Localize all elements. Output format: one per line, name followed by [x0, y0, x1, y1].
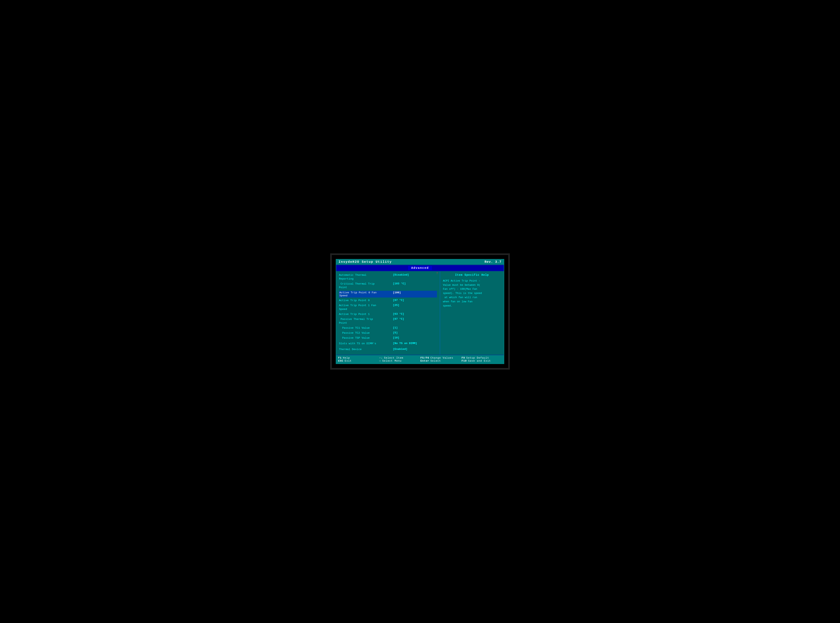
- menu-value-9: [10]: [393, 336, 437, 340]
- menu-item[interactable]: Critical Thermal TripPoint [103 °C]: [339, 282, 437, 290]
- footer-f10: F10 Save and Exit: [461, 359, 502, 362]
- menu-item[interactable]: Passive TSP Value [10]: [339, 336, 437, 340]
- footer-esc: ESC Exit: [338, 359, 379, 362]
- footer-desc-esc: Exit: [345, 359, 351, 362]
- footer-key-f5f6: F5/F6: [420, 356, 429, 359]
- help-title: Item Specific Help: [443, 273, 501, 276]
- menu-value-1: [103 °C]: [393, 282, 437, 290]
- menu-item[interactable]: Thermal Device [Enabled]: [339, 348, 437, 351]
- menu-item[interactable]: Active Trip Point 0 [87 °C]: [339, 299, 437, 302]
- menu-label-9: Passive TSP Value: [339, 336, 393, 340]
- content-area: ↑ Automatic ThermalReporting [Disabled] …: [336, 272, 504, 355]
- menu-label-4: Active Trip Point 1 FanSpeed: [339, 304, 393, 311]
- tab-advanced[interactable]: Advanced: [408, 266, 432, 270]
- footer-key-esc: ESC: [338, 359, 343, 362]
- menu-label-1: Critical Thermal TripPoint: [339, 282, 393, 290]
- menu-label-8: Passive TC2 Value: [339, 331, 393, 335]
- footer-key-f10: F10: [461, 359, 467, 362]
- left-panel: ↑ Automatic ThermalReporting [Disabled] …: [336, 272, 440, 354]
- header-bar: InsydeH2O Setup Utility Rev. 3.7: [336, 259, 504, 265]
- menu-item[interactable]: Active Trip Point 1 [63 °C]: [339, 313, 437, 316]
- menu-label-3: Active Trip Point 0: [339, 299, 393, 302]
- menu-item[interactable]: Passive Thermal TripPoint [87 °C]: [339, 318, 437, 325]
- menu-value-3: [87 °C]: [393, 299, 437, 302]
- menu-label-11: Thermal Device: [339, 348, 393, 351]
- footer-key-leftright: ↔: [379, 359, 381, 362]
- menu-value-5: [63 °C]: [393, 313, 437, 316]
- menu-value-2: [100]: [393, 291, 437, 297]
- menu-item-highlighted[interactable]: Active Trip Point 0 FanSpeed [100]: [339, 291, 437, 298]
- menu-item[interactable]: Automatic ThermalReporting [Disabled]: [339, 273, 437, 281]
- footer-col2: ↑↓ Select Item ↔ Select Menu: [379, 356, 420, 362]
- menu-label-7: Passive TC1 Value: [339, 326, 393, 330]
- menu-label-0: Automatic ThermalReporting: [339, 273, 393, 281]
- menu-value-8: [5]: [393, 331, 437, 335]
- footer-key-f1: F1: [338, 356, 342, 359]
- footer-col4: F9 Setup Default F10 Save and Exit: [461, 356, 502, 362]
- menu-label-5: Active Trip Point 1: [339, 313, 393, 316]
- menu-value-11: [Enabled]: [393, 348, 437, 351]
- scroll-indicator: ↑: [436, 272, 438, 275]
- footer-enter: Enter Select: [420, 359, 461, 362]
- footer-lr-item: ↔ Select Menu: [379, 359, 420, 362]
- footer-desc-saveexit: Save and Exit: [468, 359, 491, 362]
- footer-desc-f1: Help: [343, 356, 350, 359]
- menu-label-10: Slots with TS on DIMM's: [339, 342, 393, 346]
- menu-value-0: [Disabled]: [393, 273, 437, 281]
- footer-left-col1: F1 Help ESC Exit: [338, 356, 379, 362]
- menu-value-7: [1]: [393, 326, 437, 330]
- footer-arrows-item: ↑↓ Select Item: [379, 356, 420, 359]
- right-panel: Item Specific Help ACPI Active Trip Poin…: [440, 272, 504, 354]
- footer-desc-setupdefault: Setup Default: [466, 356, 489, 359]
- footer-desc-changevalues: Change Values: [431, 356, 453, 359]
- footer-desc-selectmenu: Select Menu: [382, 359, 402, 362]
- menu-value-10: [No TS on DIMM]: [393, 342, 437, 346]
- menu-item[interactable]: Slots with TS on DIMM's [No TS on DIMM]: [339, 342, 437, 346]
- footer: F1 Help ESC Exit ↑↓ Select Item ↔ Select…: [336, 355, 504, 364]
- footer-desc-select: Select: [431, 359, 441, 362]
- menu-label-6: Passive Thermal TripPoint: [339, 318, 393, 325]
- app-title: InsydeH2O Setup Utility: [339, 260, 392, 264]
- bios-container: InsydeH2O Setup Utility Rev. 3.7 Advance…: [336, 259, 504, 364]
- menu-item[interactable]: Active Trip Point 1 FanSpeed [25]: [339, 304, 437, 311]
- footer-f1: F1 Help: [338, 356, 379, 359]
- footer-key-enter: Enter: [420, 359, 429, 362]
- screen: InsydeH2O Setup Utility Rev. 3.7 Advance…: [330, 253, 510, 370]
- footer-key-updown: ↑↓: [379, 356, 383, 359]
- revision: Rev. 3.7: [484, 260, 501, 264]
- tab-bar: Advanced: [336, 265, 504, 272]
- menu-item[interactable]: Passive TC2 Value [5]: [339, 331, 437, 335]
- menu-value-6: [87 °C]: [393, 318, 437, 325]
- footer-f9: F9 Setup Default: [461, 356, 502, 359]
- menu-item[interactable]: Passive TC1 Value [1]: [339, 326, 437, 330]
- menu-label-2: Active Trip Point 0 FanSpeed: [339, 291, 393, 297]
- footer-f5f6: F5/F6 Change Values: [420, 356, 461, 359]
- footer-col3: F5/F6 Change Values Enter Select: [420, 356, 461, 362]
- footer-desc-selectitem: Select Item: [384, 356, 403, 359]
- help-text: ACPI Active Trip Point - Value must be b…: [443, 279, 501, 308]
- menu-value-4: [25]: [393, 304, 437, 311]
- footer-key-f9: F9: [461, 356, 465, 359]
